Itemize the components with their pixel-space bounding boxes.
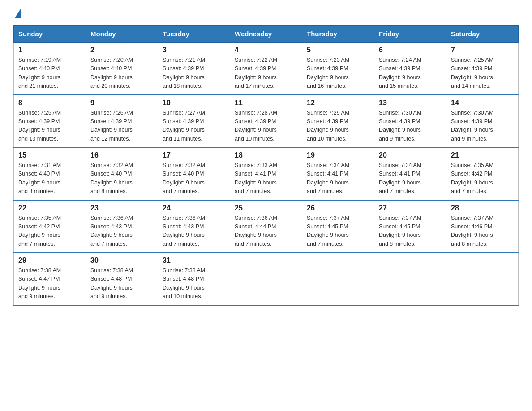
calendar-cell: 19 Sunrise: 7:34 AM Sunset: 4:41 PM Dayl… [302, 147, 374, 200]
day-info: Sunrise: 7:30 AM Sunset: 4:39 PM Dayligh… [379, 109, 442, 144]
day-info: Sunrise: 7:25 AM Sunset: 4:39 PM Dayligh… [18, 109, 81, 144]
day-info: Sunrise: 7:31 AM Sunset: 4:40 PM Dayligh… [18, 161, 81, 196]
day-info: Sunrise: 7:37 AM Sunset: 4:45 PM Dayligh… [307, 214, 369, 249]
day-info: Sunrise: 7:38 AM Sunset: 4:47 PM Dayligh… [18, 266, 81, 301]
day-number: 11 [235, 99, 297, 107]
day-number: 23 [90, 204, 153, 212]
day-number: 9 [90, 99, 153, 107]
day-info: Sunrise: 7:22 AM Sunset: 4:39 PM Dayligh… [235, 56, 297, 91]
day-info: Sunrise: 7:32 AM Sunset: 4:40 PM Dayligh… [90, 161, 153, 196]
day-number: 1 [18, 46, 81, 54]
day-number: 13 [379, 99, 442, 107]
day-info: Sunrise: 7:38 AM Sunset: 4:48 PM Dayligh… [90, 266, 153, 301]
calendar-cell: 18 Sunrise: 7:33 AM Sunset: 4:41 PM Dayl… [230, 147, 302, 200]
calendar-cell: 20 Sunrise: 7:34 AM Sunset: 4:41 PM Dayl… [374, 147, 446, 200]
day-info: Sunrise: 7:36 AM Sunset: 4:44 PM Dayligh… [235, 214, 297, 249]
day-number: 21 [451, 151, 514, 159]
day-number: 28 [451, 204, 514, 212]
day-number: 25 [235, 204, 297, 212]
day-number: 15 [18, 151, 81, 159]
day-number: 14 [451, 99, 514, 107]
day-number: 17 [163, 151, 225, 159]
calendar-cell [374, 253, 446, 305]
day-info: Sunrise: 7:38 AM Sunset: 4:48 PM Dayligh… [163, 266, 225, 301]
calendar-table: SundayMondayTuesdayWednesdayThursdayFrid… [13, 25, 519, 306]
day-info: Sunrise: 7:28 AM Sunset: 4:39 PM Dayligh… [235, 109, 297, 144]
calendar-cell: 21 Sunrise: 7:35 AM Sunset: 4:42 PM Dayl… [446, 147, 519, 200]
day-info: Sunrise: 7:37 AM Sunset: 4:46 PM Dayligh… [451, 214, 514, 249]
day-number: 31 [163, 257, 225, 265]
calendar-cell: 13 Sunrise: 7:30 AM Sunset: 4:39 PM Dayl… [374, 95, 446, 148]
calendar-week-row: 1 Sunrise: 7:19 AM Sunset: 4:40 PM Dayli… [14, 43, 519, 95]
calendar-week-row: 15 Sunrise: 7:31 AM Sunset: 4:40 PM Dayl… [14, 147, 519, 200]
calendar-cell: 26 Sunrise: 7:37 AM Sunset: 4:45 PM Dayl… [302, 200, 374, 253]
calendar-cell: 23 Sunrise: 7:36 AM Sunset: 4:43 PM Dayl… [86, 200, 158, 253]
calendar-cell: 25 Sunrise: 7:36 AM Sunset: 4:44 PM Dayl… [230, 200, 302, 253]
day-info: Sunrise: 7:19 AM Sunset: 4:40 PM Dayligh… [18, 56, 81, 91]
calendar-cell: 4 Sunrise: 7:22 AM Sunset: 4:39 PM Dayli… [230, 43, 302, 95]
day-header-thursday: Thursday [302, 26, 374, 43]
day-number: 29 [18, 257, 81, 265]
calendar-cell: 7 Sunrise: 7:25 AM Sunset: 4:39 PM Dayli… [446, 43, 519, 95]
day-number: 16 [90, 151, 153, 159]
day-number: 30 [90, 257, 153, 265]
calendar-cell: 3 Sunrise: 7:21 AM Sunset: 4:39 PM Dayli… [158, 43, 230, 95]
day-header-monday: Monday [86, 26, 158, 43]
day-header-wednesday: Wednesday [230, 26, 302, 43]
day-header-friday: Friday [374, 26, 446, 43]
day-number: 4 [235, 46, 297, 54]
calendar-cell: 31 Sunrise: 7:38 AM Sunset: 4:48 PM Dayl… [158, 253, 230, 305]
day-info: Sunrise: 7:34 AM Sunset: 4:41 PM Dayligh… [379, 161, 442, 196]
day-number: 5 [307, 46, 369, 54]
day-header-saturday: Saturday [446, 26, 519, 43]
calendar-cell [230, 253, 302, 305]
calendar-cell: 29 Sunrise: 7:38 AM Sunset: 4:47 PM Dayl… [14, 253, 86, 305]
logo [13, 9, 21, 17]
day-header-sunday: Sunday [14, 26, 86, 43]
day-number: 3 [163, 46, 225, 54]
day-info: Sunrise: 7:33 AM Sunset: 4:41 PM Dayligh… [235, 161, 297, 196]
calendar-cell: 2 Sunrise: 7:20 AM Sunset: 4:40 PM Dayli… [86, 43, 158, 95]
day-number: 24 [163, 204, 225, 212]
calendar-week-row: 8 Sunrise: 7:25 AM Sunset: 4:39 PM Dayli… [14, 95, 519, 148]
day-number: 22 [18, 204, 81, 212]
day-info: Sunrise: 7:34 AM Sunset: 4:41 PM Dayligh… [307, 161, 369, 196]
day-number: 7 [451, 46, 514, 54]
calendar-cell: 8 Sunrise: 7:25 AM Sunset: 4:39 PM Dayli… [14, 95, 86, 148]
calendar-cell [446, 253, 519, 305]
calendar-week-row: 22 Sunrise: 7:35 AM Sunset: 4:42 PM Dayl… [14, 200, 519, 253]
calendar-cell: 17 Sunrise: 7:32 AM Sunset: 4:40 PM Dayl… [158, 147, 230, 200]
day-info: Sunrise: 7:37 AM Sunset: 4:45 PM Dayligh… [379, 214, 442, 249]
page-header [13, 9, 519, 17]
calendar-cell: 6 Sunrise: 7:24 AM Sunset: 4:39 PM Dayli… [374, 43, 446, 95]
calendar-cell: 12 Sunrise: 7:29 AM Sunset: 4:39 PM Dayl… [302, 95, 374, 148]
day-info: Sunrise: 7:23 AM Sunset: 4:39 PM Dayligh… [307, 56, 369, 91]
calendar-cell: 30 Sunrise: 7:38 AM Sunset: 4:48 PM Dayl… [86, 253, 158, 305]
calendar-cell: 16 Sunrise: 7:32 AM Sunset: 4:40 PM Dayl… [86, 147, 158, 200]
calendar-cell: 11 Sunrise: 7:28 AM Sunset: 4:39 PM Dayl… [230, 95, 302, 148]
day-info: Sunrise: 7:24 AM Sunset: 4:39 PM Dayligh… [379, 56, 442, 91]
day-number: 26 [307, 204, 369, 212]
day-info: Sunrise: 7:29 AM Sunset: 4:39 PM Dayligh… [307, 109, 369, 144]
calendar-cell: 22 Sunrise: 7:35 AM Sunset: 4:42 PM Dayl… [14, 200, 86, 253]
calendar-cell [302, 253, 374, 305]
day-info: Sunrise: 7:36 AM Sunset: 4:43 PM Dayligh… [90, 214, 153, 249]
day-number: 20 [379, 151, 442, 159]
day-header-tuesday: Tuesday [158, 26, 230, 43]
day-info: Sunrise: 7:35 AM Sunset: 4:42 PM Dayligh… [451, 161, 514, 196]
day-info: Sunrise: 7:26 AM Sunset: 4:39 PM Dayligh… [90, 109, 153, 144]
day-info: Sunrise: 7:32 AM Sunset: 4:40 PM Dayligh… [163, 161, 225, 196]
calendar-cell: 28 Sunrise: 7:37 AM Sunset: 4:46 PM Dayl… [446, 200, 519, 253]
day-number: 27 [379, 204, 442, 212]
day-number: 10 [163, 99, 225, 107]
calendar-week-row: 29 Sunrise: 7:38 AM Sunset: 4:47 PM Dayl… [14, 253, 519, 305]
calendar-cell: 15 Sunrise: 7:31 AM Sunset: 4:40 PM Dayl… [14, 147, 86, 200]
calendar-cell: 1 Sunrise: 7:19 AM Sunset: 4:40 PM Dayli… [14, 43, 86, 95]
day-number: 12 [307, 99, 369, 107]
calendar-header-row: SundayMondayTuesdayWednesdayThursdayFrid… [14, 26, 519, 43]
day-info: Sunrise: 7:20 AM Sunset: 4:40 PM Dayligh… [90, 56, 153, 91]
day-info: Sunrise: 7:35 AM Sunset: 4:42 PM Dayligh… [18, 214, 81, 249]
day-number: 19 [307, 151, 369, 159]
calendar-cell: 10 Sunrise: 7:27 AM Sunset: 4:39 PM Dayl… [158, 95, 230, 148]
calendar-cell: 14 Sunrise: 7:30 AM Sunset: 4:39 PM Dayl… [446, 95, 519, 148]
